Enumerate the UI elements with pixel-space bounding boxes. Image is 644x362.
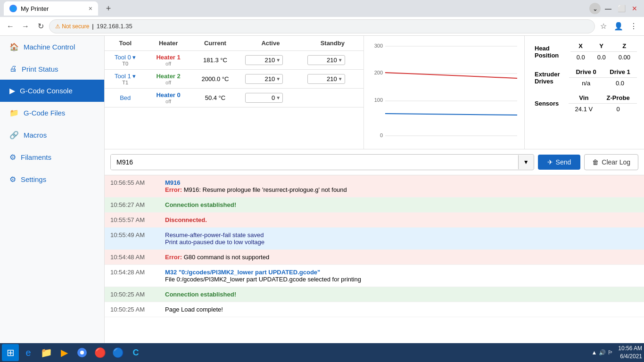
sidebar: 🏠 Machine Control 🖨 Print Status ▶ G-Cod…	[0, 36, 105, 343]
tool1-active-dropdown[interactable]: 210 ▼	[245, 74, 283, 84]
content-area: Tool Heater Current Active Standby Tool …	[105, 36, 644, 343]
x-header: X	[570, 41, 591, 52]
taskbar-media-icon[interactable]: ▶	[56, 344, 73, 361]
sidebar-item-gcode-files[interactable]: 📁 G-Code Files	[0, 102, 104, 124]
tool1-link[interactable]: Tool 1 ▾T1	[110, 73, 140, 85]
sidebar-label-gcode-console: G-Code Console	[20, 87, 73, 95]
console-log: 10:56:55 AM M916 Error: M916: Resume pro…	[105, 175, 644, 343]
sidebar-item-gcode-console[interactable]: ▶ G-Code Console	[0, 80, 104, 102]
log-time: 10:50:25 AM	[110, 291, 157, 298]
sidebar-item-filaments[interactable]: ⚙ Filaments	[0, 146, 104, 168]
start-button[interactable]: ⊞	[2, 344, 19, 361]
drive0-header: Drive 0	[569, 66, 603, 78]
taskbar-c-icon[interactable]: C	[127, 344, 144, 361]
log-entry: 10:56:55 AM M916 Error: M916: Resume pro…	[105, 175, 644, 197]
new-tab-button[interactable]: +	[102, 2, 115, 15]
taskbar-clock[interactable]: 10:56 AM 6/4/2021	[618, 345, 642, 361]
sidebar-label-print-status: Print Status	[22, 65, 58, 73]
svg-text:200: 200	[374, 70, 383, 75]
tray-flag[interactable]: 🏳	[608, 349, 613, 356]
log-entry: 10:50:25 AM Connection established!	[105, 287, 644, 302]
y-header: Y	[591, 41, 612, 52]
log-time: 10:56:55 AM	[110, 179, 157, 186]
taskbar-folder-icon[interactable]: 📁	[38, 344, 55, 361]
log-entry: 10:54:48 AM Error: G80 command is not su…	[105, 250, 644, 265]
sidebar-item-machine-control[interactable]: 🏠 Machine Control	[0, 36, 104, 58]
taskbar-app-icon[interactable]: 🔵	[109, 344, 126, 361]
tab-favicon: 🌐	[9, 5, 17, 12]
tool0-standby-dropdown[interactable]: 210 ▼	[307, 55, 345, 65]
browser-chrome: 🌐 My Printer × + ⌄ — ⬜ ✕ ← → ↻ ⚠ Not sec…	[0, 0, 644, 36]
tab-close-button[interactable]: ×	[89, 5, 92, 12]
taskbar-tray: ▲ 🔊 🏳	[587, 349, 617, 356]
tray-expand[interactable]: ▲	[591, 349, 597, 356]
taskbar-red-icon[interactable]: 🔴	[91, 344, 108, 361]
console-toolbar: ▼ ✈ Send 🗑 Clear Log	[105, 149, 644, 175]
settings-icon: ⚙	[9, 175, 16, 184]
app-container: 🏠 Machine Control 🖨 Print Status ▶ G-Cod…	[0, 36, 644, 343]
svg-text:100: 100	[374, 97, 383, 103]
clear-log-button[interactable]: 🗑 Clear Log	[584, 154, 638, 170]
log-entry: 10:55:49 AM Resume-after-power-fail stat…	[105, 228, 644, 250]
taskbar-chrome-icon[interactable]	[74, 344, 91, 361]
taskbar-ie-icon[interactable]: e	[20, 344, 37, 361]
tool0-link[interactable]: Tool 0 ▾T0	[110, 54, 140, 66]
sidebar-item-print-status[interactable]: 🖨 Print Status	[0, 58, 104, 80]
log-entry: 10:54:28 AM M32 "0:/gcodes/PI3MK2_lower …	[105, 265, 644, 287]
sidebar-label-gcode-files: G-Code Files	[24, 109, 65, 117]
minimize-btn[interactable]: —	[603, 3, 614, 14]
table-row: Bed Heater 0off 50.4 °C 0 ▼	[105, 89, 363, 107]
chrome-menu-btn[interactable]: ⌄	[589, 3, 601, 14]
sidebar-item-macros[interactable]: 🔗 Macros	[0, 124, 104, 146]
col-heater: Heater	[146, 36, 191, 51]
bed-link[interactable]: Bed	[120, 94, 131, 101]
files-icon: 📁	[9, 108, 19, 117]
filaments-icon: ⚙	[9, 153, 16, 162]
bed-active-dropdown[interactable]: 0 ▼	[245, 93, 283, 103]
temperature-chart: 300 200 100 0	[369, 41, 520, 144]
drive1-value: 0.0	[603, 78, 637, 89]
svg-line-9	[385, 114, 517, 115]
nav-bar: ← → ↻ ⚠ Not secure | 192.168.1.35 ☆ 👤 ⋮	[0, 17, 644, 36]
print-icon: 🖨	[9, 65, 17, 73]
sidebar-item-settings[interactable]: ⚙ Settings	[0, 168, 104, 190]
tray-volume[interactable]: 🔊	[599, 349, 606, 356]
log-time: 10:55:57 AM	[110, 216, 157, 223]
active-tab[interactable]: 🌐 My Printer ×	[4, 1, 98, 16]
profile-button[interactable]: 👤	[612, 20, 625, 33]
tab-title: My Printer	[21, 5, 49, 12]
send-button[interactable]: ✈ Send	[538, 155, 581, 170]
sensors-label: Sensors	[532, 92, 569, 115]
svg-point-11	[80, 351, 84, 354]
home-icon: 🏠	[9, 42, 19, 51]
tool0-active-dropdown[interactable]: 210 ▼	[245, 55, 283, 65]
url-text: 192.168.1.35	[97, 23, 132, 30]
bookmark-button[interactable]: ☆	[597, 20, 610, 33]
log-message: Page Load complete!	[165, 306, 638, 313]
close-btn[interactable]: ✕	[629, 3, 640, 14]
back-button[interactable]: ←	[4, 20, 17, 33]
forward-button[interactable]: →	[19, 20, 32, 33]
console-icon: ▶	[9, 86, 15, 95]
heater-table: Tool Heater Current Active Standby Tool …	[105, 36, 363, 107]
reload-button[interactable]: ↻	[34, 20, 47, 33]
maximize-btn[interactable]: ⬜	[616, 3, 627, 14]
gcode-history-dropdown[interactable]: ▼	[518, 155, 534, 169]
clock-date: 6/4/2021	[618, 353, 642, 361]
drive0-value: n/a	[569, 78, 603, 89]
tool1-standby-dropdown[interactable]: 210 ▼	[307, 74, 345, 84]
heater1-current: 181.3 °C	[191, 51, 240, 70]
log-message: Resume-after-power-fail state saved Prin…	[165, 231, 638, 246]
clear-icon: 🗑	[592, 158, 599, 166]
log-message: Disconnected.	[165, 216, 638, 223]
address-bar[interactable]: ⚠ Not secure | 192.168.1.35	[49, 19, 595, 33]
log-entry: 10:56:27 AM Connection established!	[105, 197, 644, 213]
gcode-input[interactable]	[111, 155, 518, 170]
col-active: Active	[239, 36, 301, 51]
clock-time: 10:56 AM	[618, 345, 642, 353]
log-time: 10:56:27 AM	[110, 201, 157, 208]
z-value: 0.00	[612, 52, 637, 63]
x-value: 0.0	[570, 52, 591, 63]
log-message: Connection established!	[165, 291, 638, 298]
menu-button[interactable]: ⋮	[627, 20, 640, 33]
